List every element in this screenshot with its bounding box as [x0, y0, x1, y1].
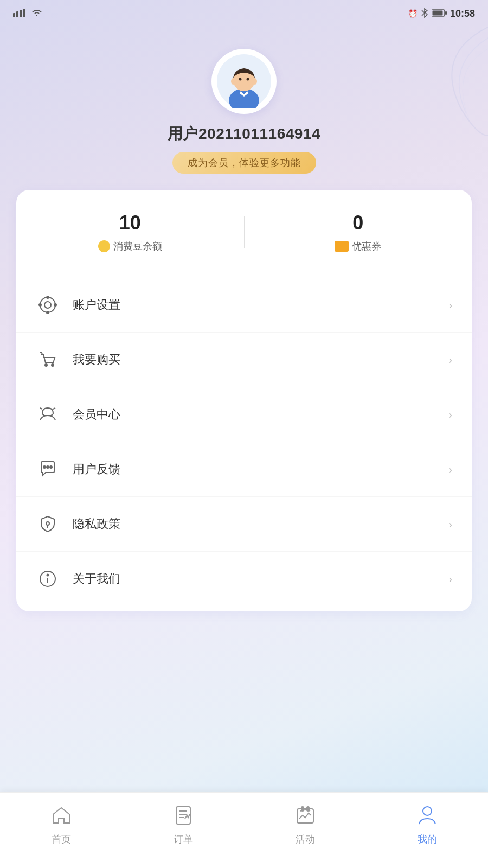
time-display: 10:58 — [450, 8, 475, 20]
member-icon — [36, 403, 60, 426]
nav-item-orders[interactable]: 订单 — [122, 801, 244, 846]
svg-point-15 — [44, 302, 51, 308]
member-badge[interactable]: 成为会员，体验更多功能 — [172, 152, 316, 174]
activities-icon — [292, 801, 319, 828]
menu-label-about: 关于我们 — [73, 571, 448, 587]
points-label: 消费豆余额 — [98, 240, 162, 253]
menu-item-privacy[interactable]: 隐私政策 › — [16, 497, 472, 552]
bluetooth-icon — [421, 8, 428, 20]
points-stat[interactable]: 10 消费豆余额 — [16, 212, 244, 253]
bottom-nav: 首页 订单 活动 — [0, 792, 488, 868]
menu-item-purchase[interactable]: 我要购买 › — [16, 333, 472, 387]
svg-point-21 — [52, 364, 54, 366]
nav-label-orders: 订单 — [174, 833, 193, 846]
alarm-icon: ⏰ — [408, 9, 418, 18]
header-area: 用户20211011164914 成为会员，体验更多功能 — [0, 27, 488, 190]
svg-point-25 — [46, 522, 49, 525]
svg-point-10 — [239, 78, 242, 81]
svg-rect-34 — [297, 809, 313, 823]
chevron-right-icon-2: › — [448, 354, 452, 366]
menu-label-privacy: 隐私政策 — [73, 516, 448, 532]
menu-label-account: 账户设置 — [73, 297, 448, 313]
svg-point-29 — [47, 575, 49, 576]
nav-item-activities[interactable]: 活动 — [244, 801, 366, 846]
status-bar: ⏰ 10:58 — [0, 0, 488, 27]
menu-item-feedback[interactable]: 用户反馈 › — [16, 442, 472, 497]
menu-item-about[interactable]: 关于我们 › — [16, 552, 472, 606]
status-left — [13, 9, 42, 19]
points-value: 10 — [119, 212, 141, 234]
svg-point-13 — [253, 78, 257, 85]
chevron-right-icon-5: › — [448, 518, 452, 531]
battery-icon — [432, 9, 447, 18]
svg-point-17 — [47, 311, 49, 314]
nav-item-mine[interactable]: 我的 — [366, 801, 488, 846]
svg-point-16 — [47, 296, 49, 298]
chevron-right-icon-3: › — [448, 409, 452, 421]
nav-label-mine: 我的 — [418, 833, 437, 846]
ticket-icon — [335, 241, 349, 252]
avatar[interactable] — [211, 49, 277, 114]
privacy-icon — [36, 512, 60, 536]
svg-rect-1 — [16, 11, 18, 17]
svg-rect-2 — [20, 10, 22, 17]
status-right: ⏰ 10:58 — [408, 8, 475, 20]
stats-row: 10 消费豆余额 0 优惠券 — [16, 190, 472, 272]
nav-label-activities: 活动 — [296, 833, 315, 846]
about-icon — [36, 567, 60, 591]
mine-icon — [414, 801, 441, 828]
wifi-icon — [31, 9, 42, 19]
svg-rect-0 — [13, 13, 15, 17]
svg-point-22 — [43, 466, 46, 468]
svg-point-37 — [423, 807, 432, 815]
svg-rect-5 — [432, 10, 442, 15]
menu-label-member: 会员中心 — [73, 406, 448, 423]
svg-point-14 — [40, 297, 55, 312]
feedback-icon — [36, 457, 60, 481]
svg-point-18 — [39, 304, 41, 306]
chevron-right-icon: › — [448, 299, 452, 311]
chevron-right-icon-6: › — [448, 573, 452, 585]
svg-point-23 — [47, 466, 49, 468]
svg-point-19 — [54, 304, 56, 306]
nav-item-home[interactable]: 首页 — [0, 801, 122, 846]
menu-list: 账户设置 › 我要购买 › — [16, 272, 472, 611]
signal-icon — [13, 9, 28, 19]
menu-label-purchase: 我要购买 — [73, 352, 448, 368]
main-card: 10 消费豆余额 0 优惠券 — [16, 190, 472, 611]
svg-rect-6 — [445, 11, 447, 15]
coupons-label: 优惠券 — [335, 240, 381, 253]
chevron-right-icon-4: › — [448, 463, 452, 476]
nav-label-home: 首页 — [52, 833, 71, 846]
menu-label-feedback: 用户反馈 — [73, 461, 448, 477]
svg-point-11 — [247, 78, 249, 81]
username: 用户20211011164914 — [168, 124, 320, 144]
coin-icon — [98, 240, 110, 252]
coupons-value: 0 — [352, 212, 363, 234]
svg-rect-30 — [176, 807, 190, 824]
svg-point-24 — [50, 466, 52, 468]
coupons-stat[interactable]: 0 优惠券 — [245, 212, 472, 253]
svg-point-20 — [45, 364, 47, 366]
home-icon — [48, 801, 75, 828]
purchase-icon — [36, 348, 60, 372]
menu-item-account[interactable]: 账户设置 › — [16, 278, 472, 333]
svg-point-12 — [231, 78, 235, 85]
account-icon — [36, 293, 60, 317]
svg-rect-3 — [23, 9, 25, 17]
orders-icon — [170, 801, 197, 828]
menu-item-member[interactable]: 会员中心 › — [16, 387, 472, 442]
